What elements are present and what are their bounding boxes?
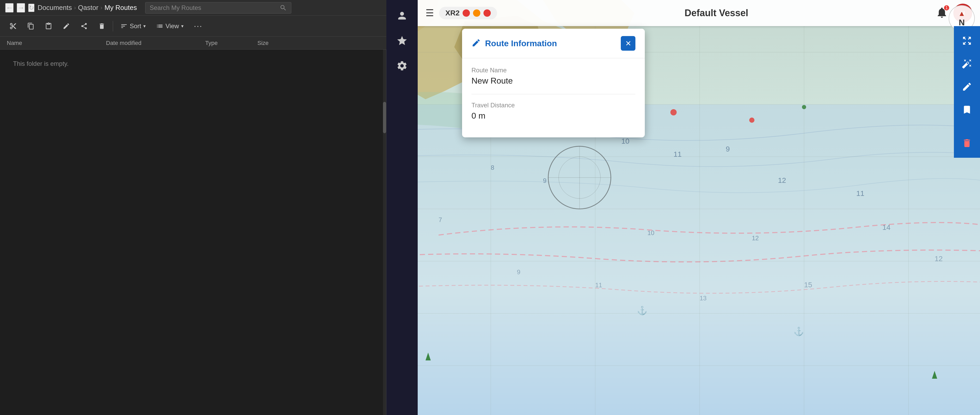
svg-text:14: 14 bbox=[882, 223, 891, 231]
sort-chevron: ▾ bbox=[143, 23, 146, 29]
col-header-name[interactable]: Name bbox=[3, 40, 102, 46]
scrollbar-thumb[interactable] bbox=[383, 102, 386, 133]
copy-button[interactable] bbox=[23, 21, 39, 32]
svg-text:10: 10 bbox=[648, 229, 654, 236]
status-dot-1 bbox=[463, 10, 470, 17]
right-toolbar bbox=[954, 26, 980, 158]
trash-icon bbox=[962, 138, 972, 148]
sort-label: Sort bbox=[130, 22, 141, 30]
scrollbar[interactable] bbox=[383, 49, 386, 415]
status-dot-3 bbox=[484, 10, 491, 17]
divider bbox=[471, 94, 635, 94]
breadcrumb-qastor[interactable]: Qastor bbox=[78, 4, 99, 12]
refresh-button[interactable]: ↻ bbox=[28, 4, 35, 12]
star-icon bbox=[396, 35, 408, 46]
more-button[interactable]: ··· bbox=[190, 19, 207, 33]
draw-line-button[interactable] bbox=[956, 53, 977, 74]
map-section: 10 11 9 8 9 12 11 7 10 12 14 9 11 13 15 … bbox=[387, 0, 980, 415]
vessel-id: XR2 bbox=[445, 9, 460, 17]
breadcrumb-documents[interactable]: Documents bbox=[38, 4, 72, 12]
route-name-value: New Route bbox=[471, 76, 635, 86]
paste-icon bbox=[45, 22, 52, 30]
edit-icon bbox=[962, 81, 972, 92]
svg-text:13: 13 bbox=[700, 295, 707, 302]
col-header-size[interactable]: Size bbox=[253, 40, 295, 46]
svg-text:9: 9 bbox=[543, 177, 546, 184]
map-top-bar: ☰ XR2 Default Vessel 1 N bbox=[418, 0, 980, 26]
vessel-badge: XR2 bbox=[439, 7, 497, 19]
svg-point-38 bbox=[749, 118, 754, 123]
person-tool-button[interactable] bbox=[391, 5, 412, 26]
notification-badge: 1 bbox=[944, 5, 949, 10]
person-icon bbox=[396, 10, 408, 21]
svg-text:11: 11 bbox=[673, 150, 682, 158]
status-dot-2 bbox=[473, 10, 480, 17]
sort-icon bbox=[120, 22, 128, 30]
cut-button[interactable] bbox=[5, 21, 21, 32]
svg-text:12: 12 bbox=[935, 255, 943, 263]
zoom-expand-icon bbox=[962, 35, 972, 46]
zoom-expand-button[interactable] bbox=[956, 30, 977, 51]
empty-text: This folder is empty. bbox=[13, 60, 68, 67]
svg-point-39 bbox=[802, 105, 806, 109]
svg-text:15: 15 bbox=[804, 281, 812, 289]
bookmark-button[interactable] bbox=[956, 99, 977, 120]
file-empty-area: This folder is empty. bbox=[0, 49, 386, 415]
map-toolbar bbox=[387, 0, 418, 415]
draw-line-icon bbox=[962, 59, 972, 69]
route-info-header: Route Information ✕ bbox=[462, 29, 645, 58]
copy-icon bbox=[27, 22, 35, 30]
svg-text:9: 9 bbox=[517, 268, 520, 276]
search-bar bbox=[145, 2, 291, 14]
paste-button[interactable] bbox=[41, 21, 56, 32]
svg-text:12: 12 bbox=[778, 176, 786, 184]
view-button[interactable]: View ▾ bbox=[152, 21, 188, 32]
back-button[interactable]: ← bbox=[5, 3, 14, 13]
rename-button[interactable] bbox=[59, 21, 74, 32]
bell-button[interactable]: 1 bbox=[935, 6, 948, 20]
svg-text:9: 9 bbox=[726, 145, 730, 153]
cut-icon bbox=[10, 22, 17, 30]
gear-tool-button[interactable] bbox=[391, 55, 412, 76]
forward-button[interactable]: → bbox=[17, 3, 25, 13]
gear-icon bbox=[396, 60, 408, 72]
edit-button[interactable] bbox=[956, 76, 977, 97]
delete-button[interactable] bbox=[94, 21, 110, 32]
menu-icon[interactable]: ☰ bbox=[426, 8, 434, 19]
travel-distance-label: Travel Distance bbox=[471, 102, 635, 109]
travel-distance-value: 0 m bbox=[471, 111, 635, 121]
more-label: ··· bbox=[194, 21, 202, 31]
search-icon bbox=[280, 4, 287, 11]
search-input[interactable] bbox=[150, 4, 277, 11]
rename-icon bbox=[63, 22, 70, 30]
bookmark-icon bbox=[962, 104, 972, 115]
breadcrumb: Documents › Qastor › My Routes bbox=[38, 4, 137, 12]
share-icon bbox=[80, 22, 88, 30]
delete-route-button[interactable] bbox=[956, 132, 977, 153]
star-tool-button[interactable] bbox=[391, 30, 412, 51]
view-chevron: ▾ bbox=[181, 23, 183, 29]
view-icon bbox=[156, 22, 164, 30]
north-label: N bbox=[958, 18, 966, 27]
svg-text:11: 11 bbox=[595, 281, 602, 289]
breadcrumb-myroutes[interactable]: My Routes bbox=[104, 4, 137, 12]
share-button[interactable] bbox=[76, 21, 92, 32]
col-header-type[interactable]: Type bbox=[201, 40, 253, 46]
route-info-icon-wrapper bbox=[471, 38, 481, 49]
sort-button[interactable]: Sort ▾ bbox=[116, 21, 150, 32]
pencil-icon bbox=[471, 38, 481, 48]
col-header-date[interactable]: Date modified bbox=[102, 40, 201, 46]
close-button[interactable]: ✕ bbox=[621, 36, 635, 51]
view-label: View bbox=[165, 22, 179, 30]
svg-text:7: 7 bbox=[439, 216, 442, 223]
route-info-body: Route Name New Route Travel Distance 0 m bbox=[462, 58, 645, 137]
vessel-name: Default Vessel bbox=[502, 8, 931, 19]
file-panel: This folder is empty. bbox=[0, 49, 387, 415]
svg-text:8: 8 bbox=[491, 164, 494, 171]
svg-text:11: 11 bbox=[856, 189, 864, 198]
route-name-label: Route Name bbox=[471, 67, 635, 74]
svg-text:⚓: ⚓ bbox=[794, 326, 804, 337]
route-info-panel: Route Information ✕ Route Name New Route… bbox=[462, 29, 645, 137]
svg-text:12: 12 bbox=[752, 235, 759, 242]
delete-icon bbox=[98, 22, 105, 30]
